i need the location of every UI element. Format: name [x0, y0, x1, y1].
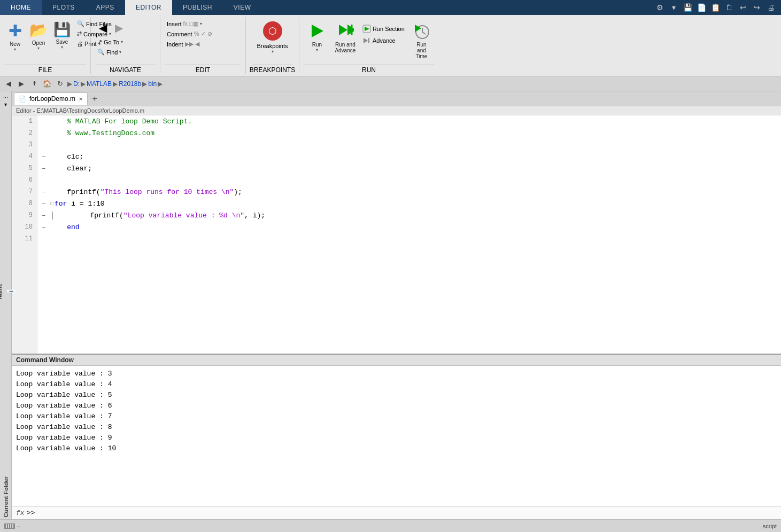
save-layout-icon[interactable]: 💾 — [682, 2, 693, 13]
find-icon: 🔍 — [97, 49, 105, 56]
cf-folder-label: Current Folder — [3, 474, 9, 519]
refresh-addr-button[interactable]: ↻ — [55, 79, 65, 89]
back-button[interactable]: ◀ — [95, 19, 110, 36]
tab-view[interactable]: VIEW — [223, 0, 262, 15]
breakpoints-chevron[interactable]: ▾ — [272, 49, 274, 54]
home-addr-button[interactable]: 🏠 — [42, 79, 52, 89]
run-and-time-button[interactable]: Run and Time — [409, 19, 434, 65]
open-chevron[interactable]: ▾ — [37, 46, 40, 51]
cf-ellipsis[interactable]: … — [2, 91, 10, 100]
tab-bar: 📄 forLoopDemo.m ✕ + — [12, 91, 781, 106]
save-chevron[interactable]: ▾ — [61, 45, 63, 50]
current-folder-panel: … ▾ Name i Current Folder — [0, 91, 12, 519]
run-button[interactable]: Run ▾ — [304, 19, 330, 65]
comment-icon: % ✓ ⊘ — [194, 30, 212, 37]
svg-line-10 — [422, 32, 426, 34]
up-addr-button[interactable]: ⬆ — [29, 79, 40, 89]
customize-icon[interactable]: ⚙ — [654, 2, 666, 13]
run-section-button[interactable]: Run Section — [360, 24, 407, 34]
dash-7: – — [42, 188, 48, 196]
editor-area: 📄 forLoopDemo.m ✕ + Editor - E:\MATLAB\T… — [12, 91, 781, 519]
undo-icon[interactable]: ↩ — [737, 2, 749, 13]
icon3[interactable]: 📋 — [709, 2, 721, 13]
svg-marker-0 — [312, 25, 323, 37]
tab-script-icon: 📄 — [19, 96, 26, 103]
code-line-5: – clear; — [42, 162, 781, 174]
cf-down-arrow[interactable]: ▾ — [3, 100, 8, 108]
dropdown-icon[interactable]: ▾ — [668, 2, 679, 13]
indent-button[interactable]: Indent ▶▶ ◀ — [165, 40, 214, 49]
run-section-label: Run Section — [373, 26, 405, 32]
save-icon: 💾 — [53, 21, 71, 38]
code-editor[interactable]: 1 2 3 4 5 6 7 8 9 10 11 % MATLAB For loo… — [12, 115, 781, 354]
tab-plots[interactable]: PLOTS — [42, 0, 86, 15]
command-output[interactable]: Loop variable value : 3 Loop variable va… — [12, 366, 781, 506]
line-num-9: 9 — [16, 209, 33, 221]
ribbon-breakpoints: ⬡ Breakpoints ▾ BREAKPOINTS — [246, 17, 299, 74]
line-num-10: 10 — [16, 221, 33, 233]
comment-button[interactable]: Comment % ✓ ⊘ — [165, 29, 214, 38]
command-input[interactable] — [35, 509, 777, 517]
redo-icon[interactable]: ↪ — [751, 2, 763, 13]
new-chevron[interactable]: ▾ — [14, 47, 16, 52]
dash-9: – — [42, 212, 48, 220]
bp-section-label: BREAKPOINTS — [250, 66, 295, 74]
cf-inner: Name i — [0, 283, 16, 299]
svg-marker-6 — [364, 38, 368, 43]
code-content-9a: fprintf( — [57, 212, 123, 220]
path-sep4: ▶ — [158, 80, 163, 88]
icon4[interactable]: 🗒 — [723, 2, 735, 13]
insert-label: Insert — [167, 21, 182, 27]
goto-label: Go To — [104, 39, 119, 45]
run-and-advance-button[interactable]: Run and Advance — [332, 19, 358, 65]
forward-button[interactable]: ▶ — [111, 19, 126, 36]
path-r2018b[interactable]: R2018b — [119, 80, 141, 88]
dash-1 — [42, 118, 48, 126]
run-chevron[interactable]: ▾ — [316, 48, 318, 52]
advance-button[interactable]: Advance — [360, 35, 407, 46]
code-line-8: – □ for i = 1:10 — [42, 198, 781, 209]
collapse-8: □ — [50, 201, 53, 207]
run-and-advance-icon — [337, 21, 354, 41]
open-button[interactable]: 📂 Open ▾ — [28, 19, 49, 53]
tab-close-btn[interactable]: ✕ — [79, 96, 83, 102]
output-line-5: Loop variable value : 7 — [16, 411, 777, 421]
breakpoints-icon: ⬡ — [263, 21, 282, 41]
insert-chevron[interactable]: ▾ — [200, 21, 202, 26]
icon2[interactable]: 📄 — [695, 2, 707, 13]
cf-label: Name — [0, 283, 3, 299]
path-sep1: ▶ — [81, 80, 86, 88]
tab-home[interactable]: HOME — [0, 0, 42, 15]
print-icon[interactable]: 🖨 — [765, 2, 777, 13]
new-button[interactable]: ✚ New ▾ — [4, 19, 26, 54]
tab-filename: forLoopDemo.m — [29, 95, 75, 103]
editor-title: Editor - E:\MATLAB\TestingDocs\forLoopDe… — [16, 107, 144, 114]
save-button[interactable]: 💾 Save ▾ — [51, 19, 73, 52]
path-d[interactable]: D: — [73, 80, 80, 88]
svg-marker-1 — [339, 25, 347, 35]
find-chevron[interactable]: ▾ — [119, 50, 121, 54]
advance-label: Advance — [373, 37, 396, 44]
code-lines[interactable]: % MATLAB For loop Demo Script. % www.Tes… — [37, 115, 781, 354]
output-line-7: Loop variable value : 9 — [16, 432, 777, 443]
path-bin[interactable]: bin — [148, 80, 157, 88]
tab-editor[interactable]: EDITOR — [125, 0, 172, 15]
editor-tab-forloop[interactable]: 📄 forLoopDemo.m ✕ — [14, 92, 88, 105]
line-num-8: 8 — [16, 198, 33, 209]
insert-icon: fx □▦ — [183, 20, 198, 27]
code-line-6 — [42, 174, 781, 186]
goto-button[interactable]: ↗ Go To ▾ — [95, 37, 126, 46]
forward-addr-button[interactable]: ▶ — [16, 79, 27, 89]
run-section-label: RUN — [362, 66, 376, 74]
code-content-9c: , i); — [244, 212, 265, 220]
line-num-3: 3 — [16, 139, 33, 151]
back-addr-button[interactable]: ◀ — [3, 79, 14, 89]
tab-publish[interactable]: PUBLISH — [172, 0, 223, 15]
tab-apps[interactable]: APPS — [86, 0, 125, 15]
goto-chevron[interactable]: ▾ — [121, 40, 123, 44]
output-line-1: Loop variable value : 3 — [16, 368, 777, 379]
tab-add-button[interactable]: + — [89, 93, 100, 105]
find-button[interactable]: 🔍 Find ▾ — [95, 48, 126, 57]
insert-button[interactable]: Insert fx □▦ ▾ — [165, 19, 214, 28]
path-matlab[interactable]: MATLAB — [87, 80, 112, 88]
